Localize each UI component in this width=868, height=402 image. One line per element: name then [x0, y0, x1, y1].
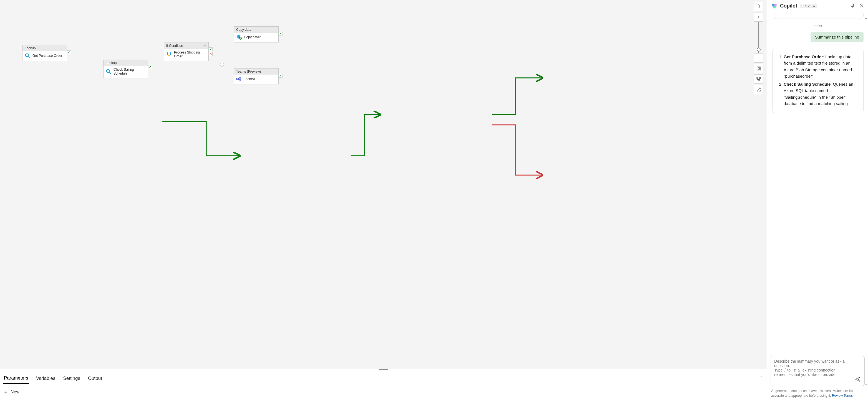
node-teams1[interactable]: Teams (Preview) T Teams1 [234, 68, 279, 84]
svg-point-5 [170, 53, 171, 54]
user-message: Summarize this pipeline [811, 32, 864, 42]
timestamp: 22:50 [772, 24, 865, 28]
tab-variables[interactable]: Variables [35, 373, 56, 383]
response-item: Get Purchase Order: Looks up data from a… [784, 54, 858, 79]
copilot-header: Copilot PREVIEW [767, 0, 868, 12]
connectors [0, 0, 767, 267]
canvas-toolbar: + − [754, 2, 764, 94]
success-indicaror: ✓ [279, 74, 282, 78]
node-name-label: Get Purchase Order [32, 54, 62, 58]
previous-card [774, 12, 864, 19]
copilot-logo-icon [771, 3, 777, 9]
node-if-condition-process-shipping-order[interactable]: If Condition ⤢ Process Shipping Order [164, 42, 209, 61]
fullscreen-button[interactable] [754, 85, 764, 94]
lookup-icon [106, 69, 111, 74]
scroll-down-icon[interactable]: ▼ [865, 383, 867, 386]
pin-button[interactable] [850, 3, 855, 8]
svg-point-23 [773, 5, 776, 9]
svg-point-4 [167, 53, 168, 54]
svg-rect-16 [758, 68, 760, 69]
svg-rect-12 [239, 79, 241, 81]
node-lookup-check-sailing-schedule[interactable]: Lookup Check Sailing Schedule [103, 60, 148, 78]
node-type-label: Lookup [25, 46, 35, 50]
lookup-icon [25, 53, 30, 59]
svg-line-3 [109, 72, 111, 74]
close-button[interactable] [859, 3, 864, 8]
svg-line-20 [757, 89, 760, 91]
node-type-label: Teams (Preview) [236, 70, 261, 73]
tab-parameters[interactable]: Parameters [3, 373, 29, 384]
auto-align-button[interactable] [754, 74, 764, 84]
node-name-label: Process Shipping Order [174, 51, 206, 59]
svg-rect-17 [757, 77, 758, 78]
response-item: Check Sailing Schedule: Queries an Azure… [784, 81, 858, 107]
svg-line-1 [28, 57, 30, 58]
zoom-thumb[interactable] [757, 48, 761, 52]
copilot-conversation[interactable]: 22:50 Summarize this pipeline Get Purcha… [767, 12, 868, 353]
plus-icon: ＋ [3, 389, 8, 395]
scroll-up-icon[interactable]: ▲ [865, 16, 867, 19]
copilot-response: Get Purchase Order: Looks up data from a… [772, 49, 864, 113]
pipeline-canvas[interactable]: Lookup Get Purchase Order ✓ Lookup Check… [0, 0, 767, 369]
svg-rect-18 [759, 77, 761, 78]
node-name-label: Teams1 [244, 77, 255, 81]
node-copy-data2[interactable]: Copy data Copy data2 [234, 26, 279, 42]
zoom-out-button[interactable]: − [754, 53, 764, 63]
panel-splitter[interactable] [3, 369, 764, 371]
send-button[interactable] [855, 376, 861, 383]
copilot-input[interactable]: Describe the summary you want or ask a q… [771, 356, 865, 386]
svg-rect-15 [757, 67, 760, 70]
copilot-disclaimer: AI-generated content can have mistakes. … [767, 388, 868, 402]
svg-point-11 [239, 77, 241, 79]
tab-output[interactable]: Output [87, 373, 103, 383]
branch-icon [166, 52, 172, 57]
copilot-title: Copilot [780, 3, 797, 9]
preview-badge: PREVIEW [800, 4, 817, 8]
success-indicator: ✓ [209, 47, 213, 51]
zoom-in-button[interactable]: + [754, 12, 764, 22]
expand-icon[interactable]: ⤢ [203, 43, 206, 48]
svg-line-14 [759, 7, 760, 8]
properties-panel: Parameters Variables Settings Output ˄ ＋… [0, 369, 767, 402]
teams-icon: T [236, 76, 242, 82]
panel-tabs: Parameters Variables Settings Output ˄ [3, 373, 764, 384]
copy-data-icon [236, 34, 242, 40]
success-indicator: ✓ [67, 51, 71, 54]
svg-point-2 [106, 70, 110, 73]
failure-indicator: ✕ [209, 52, 213, 56]
node-type-label: Copy data [236, 28, 251, 32]
tab-settings[interactable]: Settings [63, 373, 81, 383]
success-indicator: ✓ [279, 32, 282, 35]
node-type-label: If Condition [166, 44, 183, 48]
copilot-pane: Copilot PREVIEW 22:50 Summarize this pip… [767, 0, 868, 402]
svg-text:T: T [237, 78, 238, 80]
node-name-label: Check Sailing Schedule [114, 68, 146, 76]
success-indicator: ✓ [148, 65, 152, 69]
node-name-label: Copy data2 [244, 35, 261, 39]
svg-rect-19 [758, 79, 760, 81]
svg-point-13 [757, 5, 760, 7]
node-lookup-get-purchase-order[interactable]: Lookup Get Purchase Order [22, 45, 67, 61]
review-terms-link[interactable]: Review Terms [832, 394, 853, 398]
copilot-scrollbar[interactable]: ▲ ▼ [864, 16, 867, 386]
new-label: New [10, 390, 20, 395]
fit-to-screen-button[interactable] [754, 64, 764, 73]
svg-point-0 [26, 54, 29, 57]
collapse-panel-button[interactable]: ˄ [760, 376, 762, 380]
new-parameter-button[interactable]: ＋ New [3, 389, 764, 395]
svg-rect-6 [168, 55, 169, 56]
add-branch-button[interactable]: + [220, 63, 224, 67]
search-button[interactable] [754, 2, 764, 11]
zoom-slider[interactable]: + − [754, 12, 764, 63]
input-placeholder: Describe the summary you want or ask a q… [774, 359, 845, 377]
node-type-label: Lookup [106, 61, 117, 65]
